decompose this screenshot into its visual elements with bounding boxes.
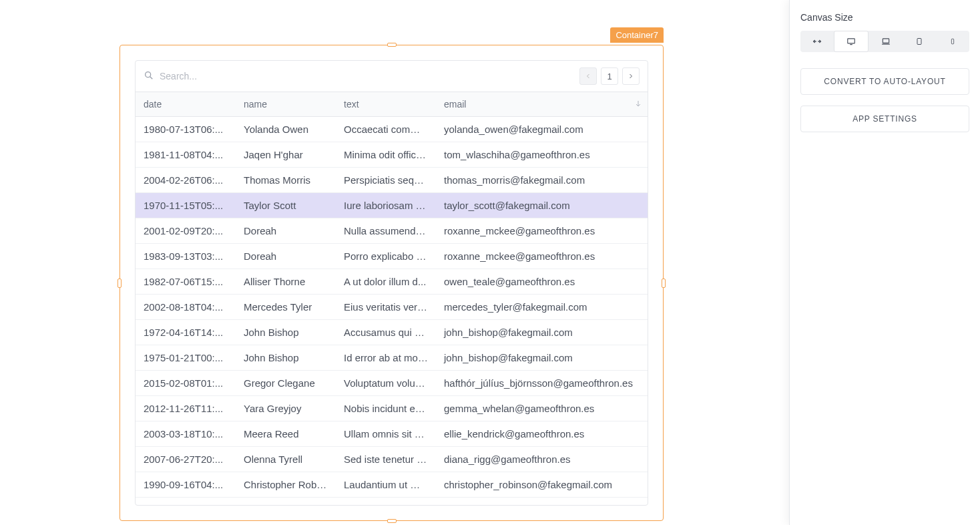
cell-date: 1981-11-08T04:... — [136, 142, 236, 167]
column-header-date[interactable]: date — [136, 92, 236, 116]
viewport-tablet-button[interactable] — [903, 31, 936, 52]
search-input[interactable] — [160, 71, 293, 81]
resize-handle-top[interactable] — [387, 43, 397, 47]
column-header-name[interactable]: name — [236, 92, 336, 116]
table-toolbar: 1 — [136, 61, 648, 92]
pager-next-button[interactable] — [622, 67, 640, 85]
viewport-mobile-button[interactable] — [936, 31, 969, 52]
cell-name: Jaqen H'ghar — [236, 142, 336, 167]
svg-point-0 — [146, 71, 151, 77]
canvas-size-title: Canvas Size — [800, 12, 969, 23]
viewport-desktop-button[interactable] — [834, 31, 869, 52]
pager-prev-button[interactable] — [579, 67, 597, 85]
cell-email: ellie_kendrick@gameofthron.es — [436, 421, 648, 446]
pager-page-number: 1 — [601, 67, 618, 85]
cell-name: Olenna Tyrell — [236, 447, 336, 472]
cell-date: 1983-09-13T03:... — [136, 244, 236, 269]
cell-name: Yara Greyjoy — [236, 396, 336, 421]
table-row[interactable]: 2007-06-27T20:...Olenna TyrellSed iste t… — [136, 447, 648, 472]
cell-email: owen_teale@gameofthron.es — [436, 269, 648, 294]
cell-text: Porro explicabo c... — [336, 244, 436, 269]
cell-text: Laudantium ut mo... — [336, 472, 436, 497]
svg-rect-10 — [951, 39, 953, 44]
selection-badge: Container7 — [610, 27, 664, 43]
cell-date: 2015-02-08T01:... — [136, 371, 236, 395]
cell-date: 2004-02-26T06:... — [136, 168, 236, 192]
convert-auto-layout-button[interactable]: CONVERT TO AUTO-LAYOUT — [800, 68, 969, 95]
table-row[interactable]: 2002-08-18T04:...Mercedes TylerEius veri… — [136, 295, 648, 320]
inspector-panel: Canvas Size CONVERT TO AUTO-LAYOUT APP S… — [789, 0, 980, 525]
cell-email: taylor_scott@fakegmail.com — [436, 193, 648, 218]
cell-date: 2007-06-27T20:... — [136, 447, 236, 472]
selected-container[interactable]: Container7 1 — [119, 45, 664, 521]
cell-name: Meera Reed — [236, 421, 336, 446]
cell-text: A ut dolor illum d... — [336, 269, 436, 294]
viewport-selector — [800, 31, 969, 52]
table-row[interactable]: 1990-09-16T04:...Christopher Robin...Lau… — [136, 472, 648, 498]
cell-name: Doreah — [236, 244, 336, 269]
table-row[interactable]: 1982-07-06T15:...Alliser ThorneA ut dolo… — [136, 269, 648, 295]
cell-text: Id error ab at mol... — [336, 345, 436, 370]
cell-text: Nulla assumenda ... — [336, 218, 436, 243]
cell-text: Minima odit officii... — [336, 142, 436, 167]
search-wrap — [144, 70, 293, 83]
cell-email: hafthór_júlíus_björnsson@gameofthron.es — [436, 371, 648, 395]
cell-email: thomas_morris@fakegmail.com — [436, 168, 648, 192]
pagination: 1 — [579, 67, 640, 85]
viewport-laptop-button[interactable] — [869, 31, 902, 52]
cell-text: Iure laboriosam q... — [336, 193, 436, 218]
table-row[interactable]: 1970-11-15T05:...Taylor ScottIure labori… — [136, 193, 648, 218]
sort-desc-icon — [634, 99, 642, 110]
cell-date: 2002-08-18T04:... — [136, 295, 236, 319]
table-header-row: date name text email — [136, 92, 648, 117]
app-settings-button[interactable]: APP SETTINGS — [800, 106, 969, 132]
table-body: 1980-07-13T06:...Yolanda OwenOccaecati c… — [136, 117, 648, 498]
resize-handle-bottom[interactable] — [387, 519, 397, 523]
resize-handle-right[interactable] — [662, 279, 666, 288]
svg-rect-9 — [917, 39, 921, 45]
canvas-area[interactable]: Container7 1 — [0, 0, 789, 525]
cell-date: 1975-01-21T00:... — [136, 345, 236, 370]
resize-handle-left[interactable] — [117, 279, 121, 288]
cell-name: John Bishop — [236, 345, 336, 370]
cell-email: tom_wlaschiha@gameofthron.es — [436, 142, 648, 167]
cell-date: 2003-03-18T10:... — [136, 421, 236, 446]
table-row[interactable]: 2001-02-09T20:...DoreahNulla assumenda .… — [136, 218, 648, 244]
table-row[interactable]: 1980-07-13T06:...Yolanda OwenOccaecati c… — [136, 117, 648, 142]
cell-email: diana_rigg@gameofthron.es — [436, 447, 648, 472]
table-component[interactable]: 1 date name text email 1980-07-13T06:... — [135, 60, 648, 506]
column-header-email[interactable]: email — [436, 92, 648, 116]
cell-date: 1970-11-15T05:... — [136, 193, 236, 218]
table-row[interactable]: 2015-02-08T01:...Gregor CleganeVoluptatu… — [136, 371, 648, 396]
cell-date: 2012-11-26T11:... — [136, 396, 236, 421]
cell-name: Gregor Clegane — [236, 371, 336, 395]
cell-text: Sed iste tenetur u... — [336, 447, 436, 472]
table-row[interactable]: 2003-03-18T10:...Meera ReedUllam omnis s… — [136, 421, 648, 447]
cell-date: 1972-04-16T14:... — [136, 320, 236, 345]
cell-name: John Bishop — [236, 320, 336, 345]
cell-name: Alliser Thorne — [236, 269, 336, 294]
cell-name: Taylor Scott — [236, 193, 336, 218]
table-row[interactable]: 2004-02-26T06:...Thomas MorrisPerspiciat… — [136, 168, 648, 193]
table-row[interactable]: 1972-04-16T14:...John BishopAccusamus qu… — [136, 320, 648, 345]
cell-text: Perspiciatis sequi ... — [336, 168, 436, 192]
table-row[interactable]: 1975-01-21T00:...John BishopId error ab … — [136, 345, 648, 371]
cell-date: 1980-07-13T06:... — [136, 117, 236, 142]
cell-text: Voluptatum volup... — [336, 371, 436, 395]
cell-date: 2001-02-09T20:... — [136, 218, 236, 243]
column-header-text[interactable]: text — [336, 92, 436, 116]
cell-text: Accusamus qui di... — [336, 320, 436, 345]
viewport-auto-button[interactable] — [800, 31, 834, 52]
cell-name: Yolanda Owen — [236, 117, 336, 142]
table-row[interactable]: 1981-11-08T04:...Jaqen H'gharMinima odit… — [136, 142, 648, 168]
cell-email: john_bishop@fakegmail.com — [436, 320, 648, 345]
cell-name: Thomas Morris — [236, 168, 336, 192]
cell-email: mercedes_tyler@fakegmail.com — [436, 295, 648, 319]
search-icon — [144, 70, 154, 83]
table-row[interactable]: 1983-09-13T03:...DoreahPorro explicabo c… — [136, 244, 648, 269]
column-header-email-label: email — [444, 99, 466, 110]
table-row[interactable]: 2012-11-26T11:...Yara GreyjoyNobis incid… — [136, 396, 648, 421]
cell-name: Mercedes Tyler — [236, 295, 336, 319]
cell-email: yolanda_owen@fakegmail.com — [436, 117, 648, 142]
cell-name: Doreah — [236, 218, 336, 243]
